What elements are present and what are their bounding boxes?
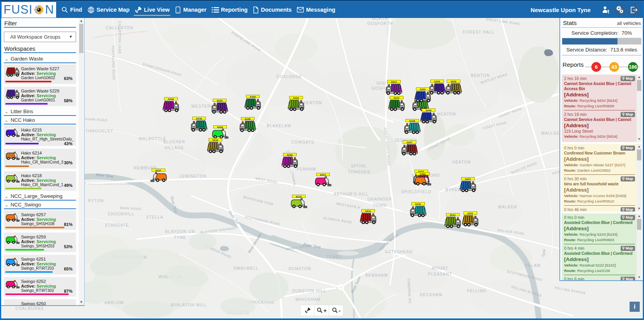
svg-text:SHIELDFIELD: SHIELDFIELD: [401, 190, 432, 194]
svg-text:BENTON: BENTON: [471, 73, 490, 78]
svg-text:COALBURNS: COALBURNS: [15, 306, 44, 311]
svg-text:COWGATE: COWGATE: [291, 140, 314, 144]
svg-text:BARLOW: BARLOW: [104, 300, 124, 305]
svg-text:SWALWELL: SWALWELL: [234, 266, 258, 270]
svg-text:BLAKELAW: BLAKELAW: [267, 124, 291, 128]
svg-text:FOREST HALL: FOREST HALL: [463, 30, 494, 34]
svg-text:NORTH: NORTH: [372, 18, 388, 21]
svg-text:STELLA: STELLA: [146, 215, 163, 219]
svg-text:VILLAGE: VILLAGE: [165, 146, 184, 150]
svg-text:BENSHAM: BENSHAM: [365, 273, 388, 277]
svg-text:TONGUES: TONGUES: [348, 170, 370, 174]
svg-text:FELLING: FELLING: [467, 289, 487, 293]
svg-text:DUNSTON: DUNSTON: [288, 267, 311, 271]
svg-text:CROOKHILL: CROOKHILL: [108, 212, 135, 216]
svg-text:BLUCHER: BLUCHER: [163, 140, 185, 144]
svg-text:LEMINGTON: LEMINGTON: [179, 174, 207, 178]
svg-text:HEATON: HEATON: [452, 160, 471, 164]
svg-text:PELAW: PELAW: [525, 263, 541, 268]
svg-text:KENTON: KENTON: [303, 101, 322, 105]
svg-text:GOSFORTH: GOSFORTH: [367, 21, 393, 26]
svg-text:SPITAL: SPITAL: [351, 164, 367, 168]
svg-text:WHICKHAM: WHICKHAM: [295, 297, 320, 302]
svg-text:MOUNT: MOUNT: [432, 266, 449, 270]
svg-text:HEATON: HEATON: [437, 112, 456, 116]
svg-text:GATESHEAD: GATESHEAD: [385, 250, 413, 254]
svg-text:CALLERTON LANE: CALLERTON LANE: [118, 21, 122, 54]
svg-text:WALBOTTLE: WALBOTTLE: [139, 137, 166, 141]
svg-text:BLAYDON ON: BLAYDON ON: [165, 229, 195, 234]
svg-text:DUNSTON HILL: DUNSTON HILL: [292, 289, 326, 293]
svg-text:COXLODGE: COXLODGE: [276, 75, 302, 79]
svg-text:ARTHUR'S HILL: ARTHUR'S HILL: [334, 192, 369, 196]
svg-text:FENHAM: FENHAM: [297, 167, 316, 171]
svg-text:WALKER: WALKER: [498, 205, 517, 209]
svg-text:DECKHAM: DECKHAM: [420, 293, 442, 297]
svg-text:PLEASANT: PLEASANT: [428, 272, 452, 276]
svg-text:TYNE: TYNE: [174, 235, 186, 240]
svg-text:Tyne: Tyne: [541, 249, 546, 257]
svg-text:TOWN: TOWN: [373, 203, 386, 208]
svg-text:RYTON: RYTON: [88, 199, 104, 203]
svg-text:THROCKLEY: THROCKLEY: [85, 129, 113, 133]
svg-text:TEAMS: TEAMS: [326, 255, 342, 259]
svg-text:BYKER: BYKER: [446, 188, 461, 192]
svg-text:STARGATE: STARGATE: [105, 223, 129, 228]
svg-text:WINLATON MILL: WINLATON MILL: [171, 303, 207, 307]
svg-text:GRAINGER: GRAINGER: [368, 197, 392, 201]
